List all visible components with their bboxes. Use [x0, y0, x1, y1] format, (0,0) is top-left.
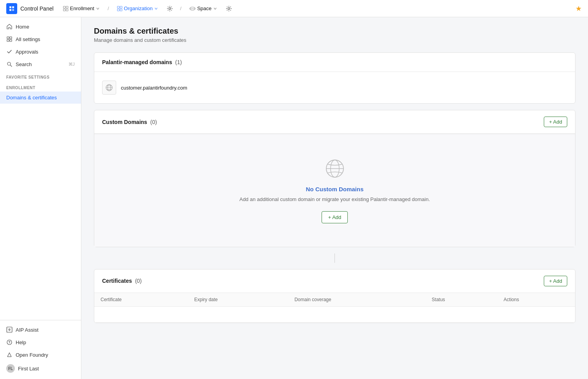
svg-rect-10 [117, 9, 119, 11]
breadcrumb-space[interactable]: Space [186, 4, 220, 13]
sidebar: Home All settings Approvals Search ⌘ [0, 17, 81, 379]
sidebar-search-label: Search [16, 61, 32, 67]
certificates-title: Certificates (0) [102, 278, 142, 284]
breadcrumb-organization[interactable]: Organization [114, 4, 162, 13]
palantir-managed-body: customer.palantirfoundry.com [94, 72, 575, 103]
svg-rect-18 [7, 40, 9, 41]
managed-domain-name: customer.palantirfoundry.com [121, 85, 187, 91]
add-certificate-button[interactable]: + Add [544, 276, 567, 286]
enrollment-label: ENROLLMENT [0, 81, 81, 92]
svg-point-28 [9, 343, 9, 344]
space-chevron-icon [213, 7, 217, 11]
search-icon [6, 61, 13, 67]
section-divider [94, 253, 575, 263]
svg-rect-16 [7, 37, 9, 39]
svg-rect-0 [9, 6, 11, 8]
svg-rect-9 [120, 6, 122, 8]
page-header: Domains & certificates Manage domains an… [94, 27, 575, 43]
cert-empty-row [94, 306, 575, 322]
cert-col-certificate: Certificate [94, 293, 188, 307]
add-custom-domain-button[interactable]: + Add [544, 117, 567, 127]
sidebar-open-foundry[interactable]: Open Foundry [0, 348, 81, 361]
empty-add-button[interactable]: + Add [322, 211, 348, 223]
aip-assist-label: AIP Assist [16, 327, 38, 333]
app-title: Control Panel [20, 5, 54, 12]
sidebar-item-approvals[interactable]: Approvals [0, 45, 81, 58]
svg-point-20 [7, 62, 11, 65]
org-icon [117, 6, 122, 11]
cert-col-domain-coverage: Domain coverage [288, 293, 426, 307]
certificates-header: Certificates (0) + Add [94, 269, 575, 293]
cert-col-actions: Actions [497, 293, 575, 307]
custom-domains-title: Custom Domains (0) [102, 119, 157, 125]
sidebar-home-label: Home [16, 24, 29, 30]
sidebar-footer: AIP Assist Help Open Foundry FL First La… [0, 320, 81, 379]
custom-domains-header: Custom Domains (0) + Add [94, 110, 575, 134]
sidebar-aip-assist[interactable]: AIP Assist [0, 323, 81, 336]
empty-state-desc: Add an additional custom domain or migra… [102, 196, 567, 203]
sidebar-all-settings-label: All settings [16, 36, 40, 42]
svg-rect-19 [10, 40, 12, 41]
cert-table-body [94, 306, 575, 322]
svg-rect-17 [10, 37, 12, 39]
favorite-button[interactable]: ★ [575, 4, 582, 13]
domain-globe-icon [102, 81, 116, 95]
org-chevron-icon [154, 7, 158, 11]
breadcrumb-separator-2: / [180, 5, 182, 11]
svg-rect-8 [117, 6, 119, 8]
sidebar-approvals-label: Approvals [16, 49, 38, 55]
empty-state-title: No Custom Domains [102, 186, 567, 192]
avatar: FL [6, 364, 15, 373]
custom-domains-card: Custom Domains (0) + Add No Custom Domai… [94, 110, 575, 247]
breadcrumb-space-label: Space [197, 5, 212, 11]
breadcrumb-enrollment-label: Enrollment [70, 5, 94, 11]
svg-point-23 [7, 328, 8, 329]
svg-point-24 [11, 328, 11, 329]
svg-rect-7 [66, 9, 68, 11]
sidebar-user[interactable]: FL First Last [0, 361, 81, 376]
svg-rect-3 [12, 9, 14, 11]
sidebar-item-home[interactable]: Home [0, 20, 81, 33]
palantir-managed-card: Palantir-managed domains (1) [94, 52, 575, 104]
home-icon [6, 23, 13, 30]
chevron-down-icon [96, 7, 100, 11]
svg-rect-11 [120, 9, 122, 11]
enrollment-icon [63, 6, 68, 11]
open-foundry-label: Open Foundry [16, 352, 48, 358]
topbar: Control Panel Enrollment / Organization … [0, 0, 588, 17]
sidebar-help[interactable]: Help [0, 336, 81, 348]
svg-rect-5 [66, 6, 68, 8]
foundry-icon [6, 352, 13, 358]
sidebar-item-domains[interactable]: Domains & certificates [0, 92, 81, 104]
svg-rect-1 [12, 6, 14, 8]
sidebar-nav: Home All settings Approvals Search ⌘ [0, 17, 81, 320]
page-title: Domains & certificates [94, 27, 575, 36]
cert-table-head: Certificate Expiry date Domain coverage … [94, 293, 575, 307]
sidebar-item-all-settings[interactable]: All settings [0, 33, 81, 45]
svg-point-26 [11, 331, 11, 332]
content-area: Domains & certificates Manage domains an… [81, 17, 588, 379]
breadcrumb-enrollment[interactable]: Enrollment [60, 4, 103, 13]
certificates-table-wrapper: Certificate Expiry date Domain coverage … [94, 293, 575, 323]
cert-col-status: Status [426, 293, 498, 307]
main-layout: Home All settings Approvals Search ⌘ [0, 17, 588, 379]
space-settings-button[interactable] [223, 3, 234, 14]
sidebar-item-search[interactable]: Search ⌘J [0, 58, 81, 70]
palantir-managed-header: Palantir-managed domains (1) [94, 53, 575, 72]
cert-table-header-row: Certificate Expiry date Domain coverage … [94, 293, 575, 307]
svg-line-21 [11, 65, 12, 67]
svg-rect-4 [63, 6, 65, 8]
svg-point-12 [169, 7, 171, 9]
divider-line [334, 253, 335, 263]
cert-col-expiry: Expiry date [188, 293, 288, 307]
empty-globe-icon [324, 158, 346, 180]
help-icon [6, 339, 13, 345]
org-settings-button[interactable] [164, 3, 175, 14]
search-shortcut: ⌘J [68, 62, 75, 67]
breadcrumb-separator: / [108, 5, 109, 11]
favorite-settings-label: FAVORITE SETTINGS [0, 70, 81, 81]
managed-domain-row: customer.palantirfoundry.com [102, 77, 567, 99]
certificates-card: Certificates (0) + Add Certificate Expir… [94, 269, 575, 323]
breadcrumb-org-label: Organization [124, 5, 153, 11]
page-subtitle: Manage domains and custom certificates [94, 37, 575, 43]
